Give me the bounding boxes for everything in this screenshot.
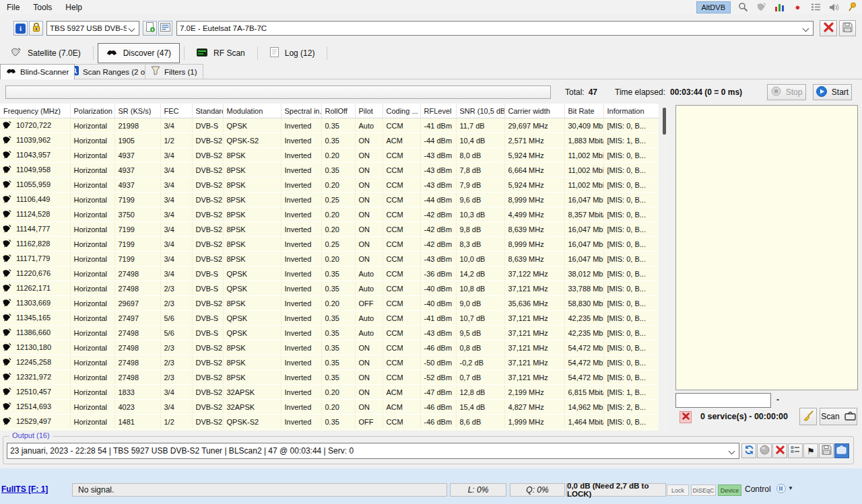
diseqc-button[interactable]: DiSEqC [691,484,716,496]
record-icon[interactable]: ● [792,1,803,13]
details-button[interactable] [788,443,803,458]
table-row[interactable]: 11055,959Horizontal49373/4DVB-S28PSKInve… [0,178,659,192]
menu-file[interactable]: File [0,1,26,13]
cell: CCM [383,252,420,266]
stop-button[interactable]: Stop [767,84,806,100]
table-row[interactable]: 11039,962Horizontal19051/2DVB-S2QPSK-S2I… [0,133,659,148]
lock-button[interactable] [29,21,43,36]
column-header[interactable]: RFLevel [420,104,456,118]
tab-label: Satellite (7.0E) [28,48,81,58]
table-scrollbar[interactable] [660,104,669,431]
delete-satellite-button[interactable] [820,20,837,36]
tuner-select[interactable]: TBS 5927 USB DVB-S2 Tuner [46,21,139,36]
column-header[interactable]: Carrier width [504,104,564,118]
menu-tools[interactable]: Tools [26,1,59,13]
clear-services-button[interactable] [679,411,692,423]
table-row[interactable]: 11162,828Horizontal71993/4DVB-S28PSKInve… [0,237,659,252]
tab-log[interactable]: Log (12) [262,44,323,63]
tv-output-button[interactable] [834,443,849,458]
altdvb-button[interactable]: AltDVB [696,1,731,13]
table-row[interactable]: 11386,660Horizontal274985/6DVB-SQPSKInve… [0,326,659,340]
table-row[interactable]: 12529,497Horizontal14811/2DVB-S2QPSK-S2I… [0,415,659,429]
table-row[interactable]: 12510,457Horizontal18333/4DVB-S232APSKIn… [0,385,659,400]
tab-blind-scanner[interactable]: Blind-Scanner [0,64,75,79]
cell: Inverted [281,207,321,222]
start-button[interactable]: Start [813,84,852,100]
add-transponder-button[interactable] [143,21,157,36]
refresh-button[interactable] [741,443,756,458]
cell: -43 dBm [420,252,456,266]
services-listbox[interactable] [675,105,858,390]
control-icon[interactable] [776,484,786,495]
column-header[interactable]: Standard [192,104,223,118]
speaker-icon[interactable] [828,1,840,13]
clear-button[interactable] [799,408,817,425]
column-header[interactable]: SNR (10,5 dB) [456,104,504,118]
column-header[interactable]: Polarization [70,104,114,118]
control-label[interactable]: Control [745,484,771,494]
column-header[interactable]: FEC [160,104,192,118]
menu-help[interactable]: Help [59,1,89,13]
cell: 29697 [114,296,160,311]
service-filter-input[interactable] [675,393,771,408]
globe-button[interactable] [757,443,772,458]
info-button[interactable]: i [13,21,28,36]
column-header[interactable]: SR (KS/s) [114,104,160,118]
cell: 0.35 [321,163,355,178]
column-header[interactable]: Frequency (MHz) [0,104,70,118]
device-button[interactable]: Device [718,484,741,496]
table-row[interactable]: 12321,972Horizontal274982/3DVB-S28PSKInv… [0,370,659,385]
column-header[interactable]: Information [603,104,659,118]
satellite-select[interactable]: 7.0E - Eutelsat 7A-7B-7C [176,21,814,36]
table-row[interactable]: 11144,777Horizontal71993/4DVB-S28PSKInve… [0,222,659,237]
table-row[interactable]: 11124,528Horizontal37503/4DVB-S28PSKInve… [0,207,659,222]
table-row[interactable]: 12514,693Horizontal40233/4DVB-S232APSKIn… [0,400,659,415]
save-satellite-button[interactable] [839,20,856,36]
channel-list-icon[interactable] [810,1,822,13]
table-row[interactable]: 10720,722Horizontal219983/4DVB-SQPSKInve… [0,118,659,133]
frequency-value: 11049,958 [16,165,51,173]
scan-button[interactable]: Scan [820,408,857,425]
column-header[interactable]: Modulation [223,104,281,118]
frequency-value: 12510,457 [16,387,51,395]
table-row[interactable]: 11345,165Horizontal274975/6DVB-SQPSKInve… [0,311,659,326]
lock-status-button[interactable]: Lock [667,484,689,496]
chart-icon[interactable] [774,1,785,13]
column-header[interactable]: Bit Rate [564,104,603,118]
cell: ON [355,385,383,400]
table-row[interactable]: 11043,957Horizontal49373/4DVB-S28PSKInve… [0,148,659,163]
save-log-button[interactable] [819,443,834,458]
cell: Horizontal [70,281,114,296]
dropdown-arrow-icon[interactable]: ▼ [788,485,793,491]
output-log-select[interactable]: 23 januari, 2023 - 22:28 54 | TBS 5927 U… [7,443,739,459]
tab-rf-scan[interactable]: RF Scan [189,44,253,63]
column-header[interactable]: Coding ... [383,104,420,118]
search-icon[interactable] [737,1,749,13]
table-row[interactable]: 12245,258Horizontal274982/3DVB-S28PSKInv… [0,355,659,370]
frequency-cell: 11162,828 [0,237,70,252]
table-row[interactable]: 12130,180Horizontal274982/3DVB-S28PSKInv… [0,340,659,355]
table-row[interactable]: 11106,449Horizontal71993/4DVB-S28PSKInve… [0,192,659,207]
table-row[interactable]: 11049,958Horizontal49373/4DVB-S28PSKInve… [0,163,659,178]
flag-button[interactable]: ⚑ [803,443,818,458]
table-row[interactable]: 11171,779Horizontal71993/4DVB-S28PSKInve… [0,252,659,266]
cell: DVB-S [192,311,223,326]
tab-filters[interactable]: Filters (1) [145,64,203,79]
fullts-link[interactable]: FullTS [F: 1] [1,484,48,494]
satellite-dish-gray-icon[interactable] [756,1,767,13]
column-header[interactable]: Spectral in... [281,104,321,118]
tab-satellite[interactable]: Satellite (7.0E) [3,44,89,63]
delete-log-button[interactable] [772,443,787,458]
frequency-cell: 11124,528 [0,207,70,222]
column-header[interactable]: Pilot [355,104,383,118]
scrollbar-thumb[interactable] [663,108,666,135]
table-row[interactable]: 11303,669Horizontal296972/3DVB-S28PSKInv… [0,296,659,311]
frequency-value: 11262,171 [16,283,51,291]
table-row[interactable]: 11262,171Horizontal274982/3DVB-SQPSKInve… [0,281,659,296]
cell: 16,047 Mbi... [564,222,603,237]
pin-icon[interactable] [847,1,858,13]
table-row[interactable]: 11220,676Horizontal274983/4DVB-SQPSKInve… [0,266,659,281]
column-header[interactable]: RollOff [321,104,355,118]
edit-list-button[interactable] [158,21,172,36]
tab-discover[interactable]: Discover (47) [98,43,180,63]
